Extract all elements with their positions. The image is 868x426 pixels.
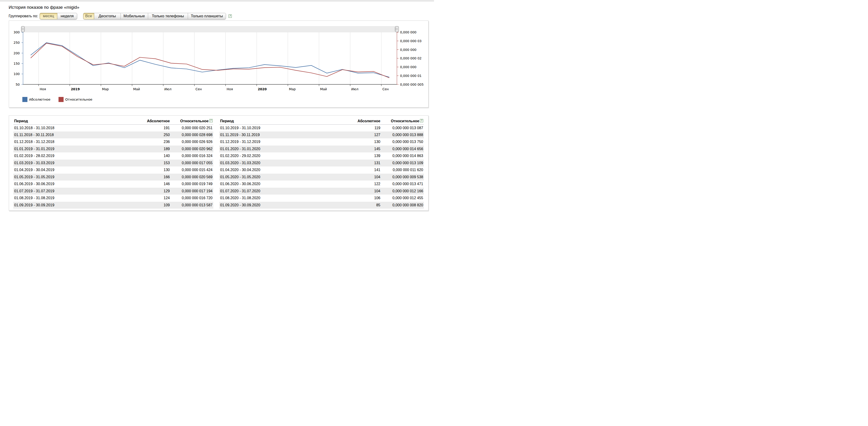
table-row: 01.01.2019 - 31.01.20191890,000 000 020 … [13, 145, 213, 153]
cell-period: 01.10.2019 - 31.10.2019 [219, 124, 337, 131]
cell-relative: 0,000 000 028 698 [170, 131, 213, 139]
help-icon[interactable]: ? [420, 119, 423, 122]
cell-relative: 0,000 000 020 569 [170, 174, 213, 181]
history-table: ПериодАбсолютноеОтносительное?01.10.2019… [219, 119, 424, 209]
y-axis-right-label: 0,000 000 [400, 30, 416, 34]
cell-absolute: 104 [337, 174, 380, 181]
grouping-button-group: месяцнеделя [40, 13, 77, 19]
cell-absolute: 106 [337, 195, 380, 202]
grouping-button-2[interactable]: неделя [57, 13, 77, 19]
device-button-5[interactable]: Только планшеты [188, 13, 226, 19]
y-axis-left-label: 300 [13, 30, 20, 34]
column-header-period: Период [13, 119, 128, 125]
cell-relative: 0,000 000 009 538 [380, 174, 424, 181]
table-row: 01.03.2020 - 31.03.20201310,000 000 013 … [219, 160, 424, 167]
device-button-1[interactable]: Все [83, 13, 94, 19]
device-filter-button-group: ВсеДесктопыМобильныеТолько телефоныТольк… [83, 13, 226, 19]
cell-relative: 0,000 000 026 926 [170, 138, 213, 145]
cell-period: 01.05.2020 - 31.05.2020 [219, 174, 337, 181]
cell-relative: 0,000 000 020 251 [170, 124, 213, 131]
table-row: 01.04.2019 - 30.04.20191300,000 000 015 … [13, 166, 213, 174]
history-table-left: ПериодАбсолютноеОтносительное?01.10.2018… [13, 119, 213, 209]
table-row: 01.04.2020 - 30.04.20201410,000 000 011 … [219, 166, 424, 174]
table-row: 01.08.2019 - 31.08.20191240,000 000 016 … [13, 195, 213, 202]
series-line [31, 42, 389, 77]
cell-period: 01.06.2020 - 30.06.2020 [219, 181, 337, 188]
cell-period: 01.01.2020 - 31.01.2020 [219, 145, 337, 153]
x-axis-label: Сен [382, 87, 389, 91]
x-axis-label: Мар [289, 87, 296, 91]
x-axis-label: Июл [164, 87, 172, 91]
cell-period: 01.08.2020 - 31.08.2020 [219, 195, 337, 202]
cell-period: 01.12.2019 - 31.12.2019 [219, 138, 337, 145]
cell-absolute: 122 [337, 181, 380, 188]
cell-absolute: 124 [128, 195, 170, 202]
table-row: 01.08.2020 - 31.08.20201060,000 000 012 … [219, 195, 424, 202]
cell-absolute: 166 [128, 174, 170, 181]
cell-period: 01.03.2019 - 31.03.2019 [13, 160, 128, 167]
cell-absolute: 127 [337, 131, 380, 139]
device-button-2[interactable]: Десктопы [94, 13, 121, 19]
y-axis-left-label: 100 [13, 72, 20, 76]
table-row: 01.09.2020 - 30.09.2020850,000 000 008 8… [219, 202, 424, 209]
table-row: 01.11.2018 - 30.11.20182500,000 000 028 … [13, 131, 213, 139]
y-axis-right-label: 0,000 000 [400, 48, 416, 52]
legend-swatch-icon [59, 97, 64, 102]
cell-absolute: 250 [128, 131, 170, 139]
device-button-3[interactable]: Мобильные [121, 13, 148, 19]
column-header-relative: Относительное [391, 119, 419, 123]
grouping-button-1[interactable]: месяц [40, 13, 57, 19]
y-axis-left-label: 250 [13, 41, 20, 44]
x-axis-label: 2019 [71, 87, 80, 91]
cell-period: 01.11.2018 - 30.11.2018 [13, 131, 128, 139]
y-axis-right-label: 0,000 000 005 [400, 83, 424, 86]
cell-absolute: 129 [128, 188, 170, 195]
cell-absolute: 139 [337, 153, 380, 160]
table-row: 01.02.2019 - 28.02.20191400,000 000 016 … [13, 153, 213, 160]
wordstat-history-page: История показов по фразе «migid» Группир… [0, 0, 434, 213]
y-axis-left-label: 200 [13, 51, 20, 55]
x-axis-label: Май [320, 87, 327, 91]
legend-swatch-icon [22, 97, 27, 102]
device-button-4[interactable]: Только телефоны [148, 13, 188, 19]
cell-period: 01.02.2019 - 28.02.2019 [13, 153, 128, 160]
cell-period: 01.04.2020 - 30.04.2020 [219, 166, 337, 174]
cell-absolute: 236 [128, 138, 170, 145]
cell-period: 01.04.2019 - 30.04.2019 [13, 166, 128, 174]
cell-relative: 0,000 000 013 888 [380, 131, 424, 139]
y-axis-right-label: 0,000 000 03 [400, 39, 422, 43]
column-header-relative: Относительное [180, 119, 209, 123]
legend-item[interactable]: Относительное [59, 97, 92, 102]
cell-relative: 0,000 000 011 620 [380, 166, 424, 174]
y-axis-left-label: 150 [13, 62, 20, 65]
cell-period: 01.05.2019 - 31.05.2019 [13, 174, 128, 181]
table-row: 01.06.2020 - 30.06.20201220,000 000 013 … [219, 181, 424, 188]
cell-absolute: 191 [128, 124, 170, 131]
cell-period: 01.08.2019 - 31.08.2019 [13, 195, 128, 202]
cell-absolute: 131 [337, 160, 380, 167]
help-icon[interactable]: ? [209, 119, 213, 122]
table-row: 01.07.2019 - 31.07.20191290,000 000 017 … [13, 188, 213, 195]
cell-relative: 0,000 000 019 749 [170, 181, 213, 188]
cell-relative: 0,000 000 013 109 [380, 160, 424, 167]
cell-period: 01.07.2020 - 31.07.2020 [219, 188, 337, 195]
y-axis-right-label: 0,000 000 01 [400, 74, 422, 77]
range-slider-left-handle[interactable] [21, 26, 25, 32]
cell-period: 01.12.2018 - 31.12.2018 [13, 138, 128, 145]
cell-period: 01.11.2019 - 30.11.2019 [219, 131, 337, 139]
range-slider-right-handle[interactable] [395, 26, 399, 32]
cell-relative: 0,000 000 016 324 [170, 153, 213, 160]
table-row: 01.12.2018 - 31.12.20182360,000 000 026 … [13, 138, 213, 145]
cell-relative: 0,000 000 013 471 [380, 181, 424, 188]
cell-relative: 0,000 000 013 587 [170, 202, 213, 209]
cell-absolute: 189 [128, 145, 170, 153]
history-table-panel: ПериодАбсолютноеОтносительное?01.10.2018… [9, 116, 429, 211]
legend-item[interactable]: Абсолютное [22, 97, 51, 102]
table-row: 01.03.2019 - 31.03.20191530,000 000 017 … [13, 160, 213, 167]
help-icon[interactable]: ? [228, 14, 232, 18]
cell-relative: 0,000 000 013 750 [380, 138, 424, 145]
grip-icon [396, 27, 397, 31]
column-header-absolute: Абсолютное [337, 119, 380, 125]
cell-relative: 0,000 000 014 656 [380, 145, 424, 153]
group-by-label: Группировать по: [9, 14, 38, 18]
